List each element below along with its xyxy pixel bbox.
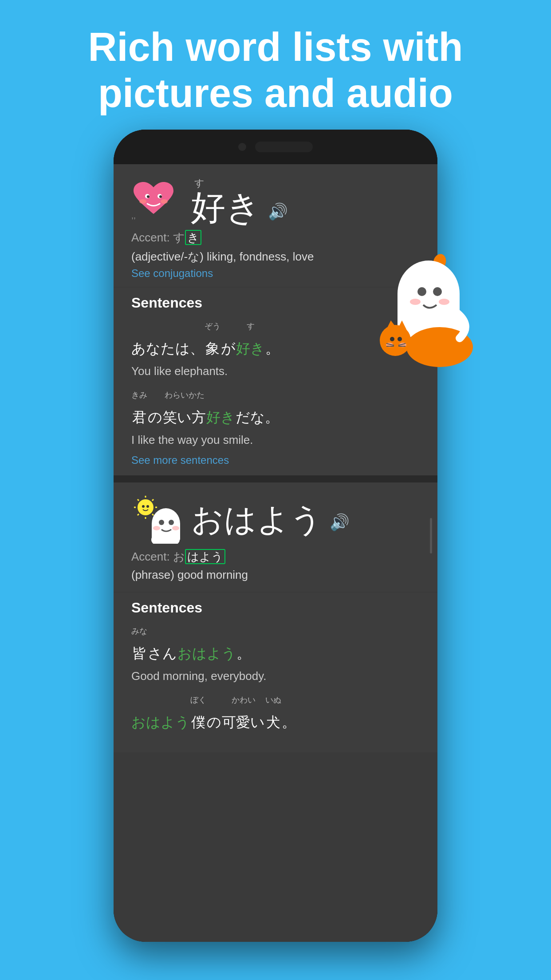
sentence-4-jp: おはよう ぼく 僕 の かわい 可愛い いぬ 犬 [131, 692, 420, 736]
svg-marker-16 [386, 320, 398, 329]
sentence-3-jp: みな 皆 さん おはよう 。 [131, 623, 420, 668]
sentence-3-en: Good morning, everybody. [131, 669, 420, 683]
svg-point-13 [439, 299, 449, 305]
word-main-suki: す 好き 🔊 [186, 177, 288, 225]
ohayou-speaker[interactable]: 🔊 [330, 513, 350, 532]
svg-point-12 [410, 299, 421, 305]
svg-line-38 [138, 499, 139, 501]
ohayou-word: おはよう [191, 503, 323, 535]
suki-speaker[interactable]: 🔊 [268, 202, 288, 221]
svg-point-11 [433, 287, 442, 296]
phone-camera [238, 143, 246, 151]
suki-conjugations-link[interactable]: See conjugations [131, 267, 213, 279]
svg-point-19 [398, 337, 402, 341]
sentence-3: みな 皆 さん おはよう 。 Good morning, everybody. [131, 623, 420, 683]
svg-point-52 [153, 526, 160, 530]
word-header-ohayou: おはよう 🔊 [131, 495, 420, 544]
sentence-4: おはよう ぼく 僕 の かわい 可愛い いぬ 犬 [131, 692, 420, 736]
svg-point-33 [138, 499, 153, 515]
see-more-sentences[interactable]: See more sentences [131, 454, 420, 466]
svg-point-28 [147, 195, 150, 198]
heart-emoji: ,,, [131, 178, 176, 223]
svg-line-39 [152, 499, 153, 501]
svg-point-29 [159, 195, 162, 198]
svg-point-42 [142, 505, 145, 508]
svg-point-18 [390, 337, 394, 341]
ohayou-definition: (phrase) good morning [131, 568, 420, 582]
svg-point-50 [159, 520, 164, 525]
ohayou-accent: Accent: おはよう [131, 549, 420, 565]
ohayou-main: おはよう 🔊 [191, 503, 350, 535]
word-header-suki: ,,, す 好き 🔊 [131, 177, 420, 225]
svg-line-41 [152, 514, 153, 515]
ohayou-emoji [131, 495, 182, 544]
svg-point-43 [146, 505, 149, 508]
svg-point-30 [139, 199, 146, 204]
sentences-section-ohayou: Sentences みな 皆 さん おはよう 。 Good morning, e… [114, 593, 437, 752]
scroll-indicator [430, 518, 432, 553]
svg-text:,,,: ,,, [131, 211, 136, 220]
sentence-2-en: I like the way you smile. [131, 433, 420, 447]
sentence-2-jp: きみ 君 の わらいかた 笑い方 好き だな。 [131, 387, 420, 431]
card-divider [114, 475, 437, 482]
sentences-title-ohayou: Sentences [131, 600, 420, 616]
word-card-ohayou: おはよう 🔊 Accent: おはよう (phrase) good mornin… [114, 482, 437, 592]
phone-speaker [255, 142, 313, 152]
phone-container: ,,, す 好き 🔊 Accent: すき [114, 130, 437, 942]
phone-top-bar [114, 130, 437, 164]
suki-word: 好き [191, 190, 261, 225]
svg-line-40 [138, 514, 139, 515]
header-section: Rich word lists with pictures and audio [0, 0, 551, 130]
svg-point-51 [169, 520, 174, 525]
svg-point-53 [172, 526, 179, 530]
svg-point-10 [417, 287, 426, 296]
header-title: Rich word lists with pictures and audio [35, 24, 516, 116]
sentence-2: きみ 君 の わらいかた 笑い方 好き だな。 I like the way y… [131, 387, 420, 447]
svg-point-15 [380, 325, 411, 356]
ghost-decoration [371, 236, 495, 369]
svg-point-31 [161, 199, 168, 204]
